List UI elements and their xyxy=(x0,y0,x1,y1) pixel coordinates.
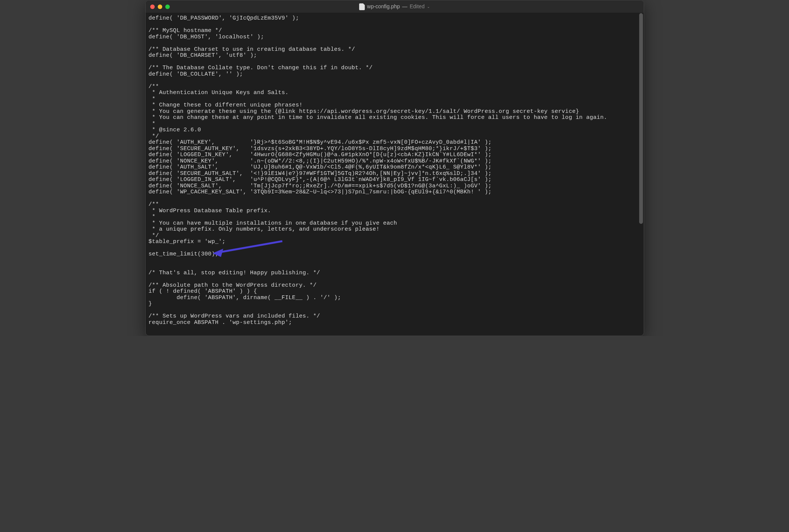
maximize-button[interactable] xyxy=(165,5,170,9)
window-title[interactable]: wp-config.php — Edited ⌄ xyxy=(359,3,430,10)
vertical-scrollbar[interactable] xyxy=(639,13,643,224)
title-separator: — xyxy=(402,4,407,9)
chevron-down-icon[interactable]: ⌄ xyxy=(427,5,430,9)
edited-status: Edited xyxy=(410,4,425,9)
code-editor[interactable]: define( 'DB_PASSWORD', 'GjIcQpdLzEm35V9'… xyxy=(146,13,644,336)
editor-window: wp-config.php — Edited ⌄ define( 'DB_PAS… xyxy=(145,0,644,336)
traffic-lights xyxy=(150,5,170,9)
title-bar[interactable]: wp-config.php — Edited ⌄ xyxy=(146,0,644,13)
close-button[interactable] xyxy=(150,5,155,9)
file-icon xyxy=(359,3,365,10)
filename: wp-config.php xyxy=(367,4,400,9)
minimize-button[interactable] xyxy=(158,5,162,9)
